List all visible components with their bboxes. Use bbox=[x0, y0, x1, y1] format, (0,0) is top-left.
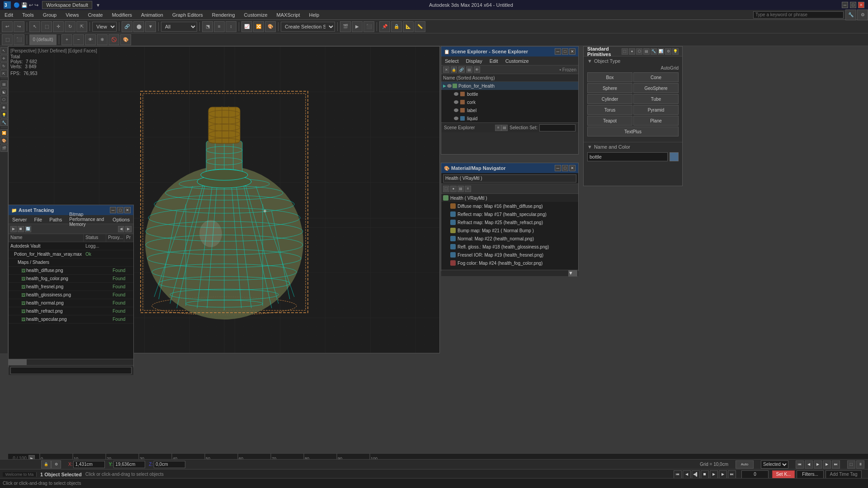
workspace-dropdown-arrow[interactable]: ▼ bbox=[96, 3, 100, 8]
tb2-freeze[interactable]: ❄ bbox=[97, 34, 108, 45]
prim-textplus[interactable]: TextPlus bbox=[587, 127, 679, 136]
y-value[interactable]: 19,636cm bbox=[113, 461, 145, 468]
tb-snap[interactable]: 📌 bbox=[379, 21, 390, 32]
prev-frame-btn[interactable]: ◀ bbox=[683, 470, 691, 479]
z-value[interactable]: 0,0cm bbox=[154, 461, 185, 468]
at-menu-bitmap[interactable]: Bitmap Performance and Memory bbox=[66, 211, 109, 228]
mat-nav-close[interactable]: ✕ bbox=[569, 165, 576, 171]
toolbar-icon-2[interactable]: ⚙ bbox=[857, 9, 868, 20]
lt-motion[interactable]: ◉ bbox=[0, 103, 8, 111]
tb-render[interactable]: ▶ bbox=[352, 21, 363, 32]
menu-help[interactable]: Help bbox=[305, 10, 324, 19]
se-selection-set-input[interactable] bbox=[539, 124, 576, 131]
at-row-fog[interactable]: 🖼 health_fog_color.png Found bbox=[9, 275, 133, 283]
prim-teapot[interactable]: Teapot bbox=[587, 116, 632, 126]
prim-icon-6[interactable]: 📊 bbox=[658, 48, 664, 55]
at-row-vault[interactable]: Autodesk Vault Logg... bbox=[9, 242, 133, 250]
prim-icon-8[interactable]: 💡 bbox=[672, 48, 679, 55]
menu-rendering[interactable]: Rendering bbox=[208, 10, 240, 19]
minimize-btn[interactable]: ─ bbox=[842, 2, 848, 8]
extra-1[interactable]: ⬚ bbox=[847, 460, 855, 469]
tb-mirror[interactable]: ⬔ bbox=[202, 21, 213, 32]
restore-btn[interactable]: □ bbox=[850, 2, 856, 8]
lt-material[interactable]: 🎨 bbox=[0, 137, 8, 144]
se-menu-edit[interactable]: Edit bbox=[486, 57, 502, 65]
mat-item-refract[interactable]: Refract map: Map #25 (health_refract.png… bbox=[441, 218, 578, 226]
at-row-diffuse[interactable]: 🖼 health_diffuse.png Found bbox=[9, 267, 133, 275]
mat-nav-minimize[interactable]: ─ bbox=[555, 165, 561, 171]
tb-undo[interactable]: ↩ bbox=[2, 21, 13, 32]
at-tb-2[interactable]: ⏹ bbox=[18, 226, 24, 232]
menu-animation[interactable]: Animation bbox=[137, 10, 168, 19]
se-tb-link[interactable]: 🔗 bbox=[458, 66, 465, 73]
mat-nav-restore[interactable]: □ bbox=[562, 165, 568, 171]
lt-hierarchy[interactable]: ⬡ bbox=[0, 96, 8, 103]
prim-torus[interactable]: Torus bbox=[587, 105, 632, 115]
tb-material-editor[interactable]: 🎨 bbox=[265, 21, 276, 32]
play-forward-btn[interactable]: ▶ bbox=[710, 470, 718, 479]
se-menu-select[interactable]: Select bbox=[441, 57, 462, 65]
lt-scale[interactable]: ⇱ bbox=[0, 70, 8, 77]
se-row-liquid[interactable]: liquid bbox=[447, 114, 578, 122]
tb-select2[interactable]: ⬚ bbox=[41, 21, 52, 32]
mat-root[interactable]: Health ( VRayMtl ) bbox=[441, 194, 578, 202]
se-row-bottle[interactable]: bottle bbox=[447, 90, 578, 98]
tb-hierarchy[interactable]: ▼ bbox=[145, 21, 156, 32]
layer-dropdown[interactable]: All bbox=[161, 22, 197, 32]
se-menu-display[interactable]: Display bbox=[462, 57, 486, 65]
se-tb-lock[interactable]: 🔒 bbox=[451, 66, 457, 73]
mat-item-diffuse[interactable]: Diffuse map: Map #16 (health_diffuse.png… bbox=[441, 202, 578, 210]
at-menu-paths[interactable]: Paths bbox=[46, 216, 66, 223]
tb-scale[interactable]: ⇱ bbox=[76, 21, 87, 32]
prim-box[interactable]: Box bbox=[587, 72, 632, 82]
tb-render-setup[interactable]: 🎬 bbox=[340, 21, 351, 32]
add-time-tag-btn[interactable]: Add Time Tag bbox=[826, 470, 862, 479]
tb-bind[interactable]: ⬤ bbox=[133, 21, 144, 32]
prim-geosphere[interactable]: GeoSphere bbox=[633, 83, 679, 93]
play-reverse-btn[interactable]: ◀▌ bbox=[692, 470, 700, 479]
prim-cylinder[interactable]: Cylinder bbox=[587, 94, 632, 104]
at-menu-server[interactable]: Server bbox=[9, 216, 30, 223]
prim-icon-5[interactable]: 🔧 bbox=[651, 48, 657, 55]
tb-select[interactable]: ↖ bbox=[29, 21, 40, 32]
play-btn[interactable]: ⏮ bbox=[674, 470, 682, 479]
lt-select[interactable]: ↖ bbox=[0, 47, 8, 54]
prim-plane[interactable]: Plane bbox=[633, 116, 679, 126]
menu-group[interactable]: Group bbox=[38, 10, 61, 19]
mini-end[interactable]: ⏭ bbox=[832, 460, 840, 469]
tb2-delete[interactable]: − bbox=[73, 34, 84, 45]
goto-end-btn[interactable]: ⏭ bbox=[728, 470, 736, 479]
at-close[interactable]: ✕ bbox=[124, 207, 131, 213]
x-value[interactable]: 1,431cm bbox=[73, 461, 105, 468]
at-row-normal[interactable]: 🖼 health_normal.png Found bbox=[9, 299, 133, 307]
se-menu-customize[interactable]: Customize bbox=[502, 57, 533, 65]
name-input[interactable] bbox=[587, 152, 668, 161]
stop-btn[interactable]: ⏹ bbox=[701, 470, 709, 479]
tb-curve-editor[interactable]: 📈 bbox=[241, 21, 252, 32]
top-search-input[interactable] bbox=[753, 11, 844, 19]
tb2-color[interactable]: 🎨 bbox=[120, 34, 131, 45]
filters-btn[interactable]: Filters... bbox=[797, 470, 824, 479]
lt-move[interactable]: ✛ bbox=[0, 55, 8, 62]
se-close[interactable]: ✕ bbox=[569, 48, 576, 55]
tb-normal[interactable]: ↕ bbox=[226, 21, 236, 32]
at-menu-file[interactable]: File bbox=[30, 216, 46, 223]
mat-item-reflect[interactable]: Reflect map: Map #17 (health_specular.pn… bbox=[441, 210, 578, 218]
tb-link[interactable]: 🔗 bbox=[122, 21, 132, 32]
mn-tb-2[interactable]: ● bbox=[450, 186, 457, 192]
tb2-layer[interactable]: 0 (default) bbox=[29, 34, 57, 45]
mini-next[interactable]: ▶ bbox=[823, 460, 831, 469]
se-row-label[interactable]: label bbox=[447, 106, 578, 114]
at-scrollbar[interactable] bbox=[9, 359, 133, 365]
prim-icon-7[interactable]: ⚙ bbox=[665, 48, 671, 55]
se-tb-display[interactable]: 👁 bbox=[474, 66, 480, 73]
selection-filter[interactable]: Create Selection Set bbox=[281, 22, 335, 32]
lt-modify[interactable]: ⬕ bbox=[0, 88, 8, 95]
at-minimize[interactable]: ─ bbox=[110, 207, 116, 213]
se-footer-btn1[interactable]: ≡ bbox=[495, 125, 501, 131]
at-tb-right[interactable]: ▶ bbox=[125, 226, 132, 232]
menu-tools[interactable]: Tools bbox=[18, 10, 38, 19]
menu-edit[interactable]: Edit bbox=[0, 10, 18, 19]
lock2-btn[interactable]: ⚙ bbox=[51, 460, 61, 469]
mini-play[interactable]: ▶ bbox=[814, 460, 822, 469]
